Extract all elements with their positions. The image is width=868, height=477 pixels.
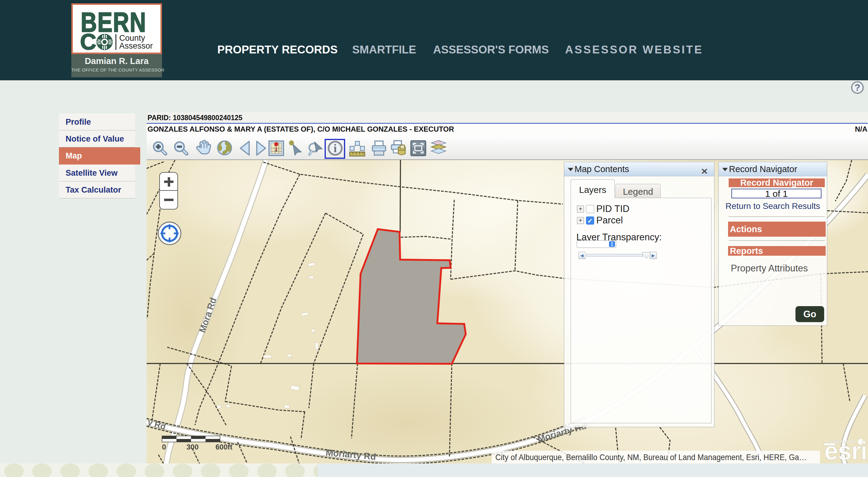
svg-text:0: 0 <box>162 443 166 451</box>
svg-text:City of Albuquerque, Bernalill: City of Albuquerque, Bernalillo County, … <box>495 452 807 462</box>
svg-text:esri: esri <box>824 437 867 464</box>
svg-text:600ft: 600ft <box>216 443 232 451</box>
svg-text:300: 300 <box>186 443 198 451</box>
